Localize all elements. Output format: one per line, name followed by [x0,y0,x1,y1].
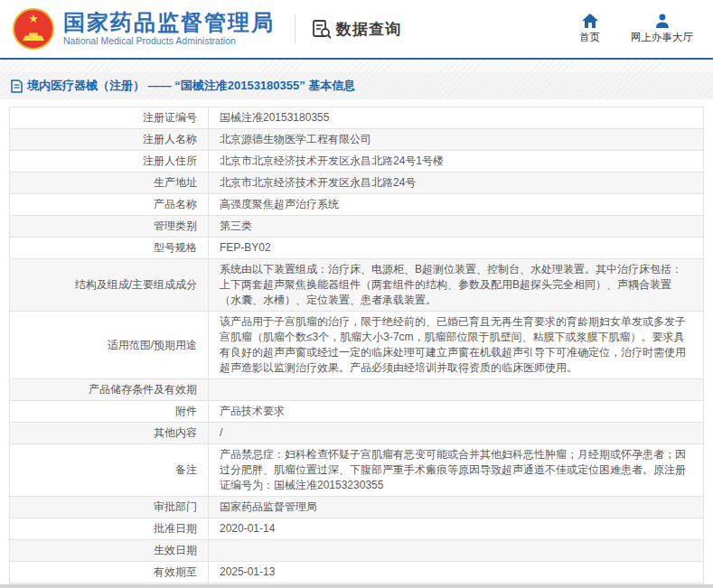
footer-band [0,584,713,588]
data-query-nav[interactable]: 数据查询 [312,19,401,40]
info-table-body: 注册证编号国械注准20153180355注册人名称北京源德生物医学工程有限公司注… [10,107,704,588]
online-hall-nav[interactable]: 网上办事大厅 [631,14,693,44]
registration-info-table: 注册证编号国械注准20153180355注册人名称北京源德生物医学工程有限公司注… [9,107,704,588]
field-label: 产品储存条件及有效期 [10,379,209,401]
field-value: 北京市北京经济技术开发区永昌北路24号 [209,173,704,194]
field-value: 系统由以下装置组成：治疗床、电源柜、B超测位装置、控制台、水处理装置。其中治疗床… [209,259,704,312]
data-query-icon [312,19,332,39]
home-nav[interactable]: 首页 [579,14,600,44]
table-row: 审批部门国家药品监督管理局 [10,497,704,518]
table-row: 批准日期2020-01-14 [10,518,704,540]
field-label: 适用范围/预期用途 [10,312,209,379]
table-row: 生产地址北京市北京经济技术开发区永昌北路24号 [10,173,704,194]
field-value: 国家药品监督管理局 [209,497,704,518]
home-icon [582,14,598,28]
online-hall-label: 网上办事大厅 [631,31,693,44]
table-row: 生效日期 [10,540,704,562]
table-row: 管理类别第三类 [10,216,704,238]
field-value: 国械注准20153180355 [209,107,704,129]
field-label: 型号规格 [10,238,209,259]
field-label: 注册人名称 [10,129,209,151]
emblem-gate-icon [23,30,44,41]
field-label: 生产地址 [10,173,209,194]
org-title-block: 国家药品监督管理局 National Medical Products Admi… [63,11,275,47]
table-row: 适用范围/预期用途该产品用于子宫肌瘤的治疗，限于绝经前的、已婚已育且无再生育要求… [10,312,704,379]
field-value: 2020-01-14 [209,518,704,540]
field-value: 产品禁忌症：妇科检查怀疑子宫肌瘤有恶变可能或合并其他妇科恶性肿瘤；月经期或怀孕患… [209,444,704,497]
field-label: 其他内容 [10,423,209,444]
field-value [209,379,704,401]
field-value: 该产品用于子宫肌瘤的治疗，限于绝经前的、已婚已育且无再生育要求的育龄期妇女单发或… [209,312,704,379]
field-value: 北京源德生物医学工程有限公司 [209,129,704,151]
field-label: 管理类别 [10,216,209,238]
data-query-label: 数据查询 [336,19,401,40]
table-row: 型号规格FEP-BY02 [10,238,704,259]
breadcrumb: 境内医疗器械（注册） —— “国械注准20153180355” 基本信息 [0,72,713,99]
field-label: 注册人住所 [10,151,209,173]
user-icon [655,14,670,28]
field-label: 产品名称 [10,194,209,216]
breadcrumb-text: 境内医疗器械（注册） —— “国械注准20153180355” 基本信息 [27,78,355,94]
field-label: 备注 [10,444,209,497]
field-label: 审批部门 [10,497,209,518]
national-emblem-logo: ★ [13,8,54,50]
table-row: 注册人名称北京源德生物医学工程有限公司 [10,129,704,151]
home-label: 首页 [579,31,600,44]
field-label: 注册证编号 [10,107,209,129]
table-row: 结构及组成/主要组成成分系统由以下装置组成：治疗床、电源柜、B超测位装置、控制台… [10,259,704,312]
org-name-zh: 国家药品监督管理局 [63,11,275,34]
main-content: 注册证编号国械注准20153180355注册人名称北京源德生物医学工程有限公司注… [0,99,713,588]
table-row: 产品名称高强度聚焦超声治疗系统 [10,194,704,216]
field-value: 高强度聚焦超声治疗系统 [209,194,704,216]
table-row: 注册证编号国械注准20153180355 [10,107,704,129]
field-value: 2025-01-13 [209,562,704,583]
field-label: 结构及组成/主要组成成分 [10,259,209,312]
table-row: 产品储存条件及有效期 [10,379,704,401]
header-divider [295,14,296,44]
field-label: 批准日期 [10,518,209,540]
emblem-star-icon: ★ [14,13,52,24]
document-icon [11,79,23,93]
table-row: 有效期至2025-01-13 [10,562,704,583]
table-row: 注册人住所北京市北京经济技术开发区永昌北路24号1号楼 [10,151,704,173]
stripe-background: 境内医疗器械（注册） —— “国械注准20153180355” 基本信息 [0,60,713,99]
field-value [209,540,704,562]
field-label: 生效日期 [10,540,209,562]
table-row: 其他内容/ [10,423,704,444]
table-row: 备注产品禁忌症：妇科检查怀疑子宫肌瘤有恶变可能或合并其他妇科恶性肿瘤；月经期或怀… [10,444,704,497]
header-right-nav: 首页 网上办事大厅 [579,14,700,44]
table-row: 附件产品技术要求 [10,401,704,423]
field-value: 第三类 [209,216,704,238]
field-value: FEP-BY02 [209,238,704,259]
field-label: 附件 [10,401,209,423]
field-label: 有效期至 [10,562,209,583]
field-value: 北京市北京经济技术开发区永昌北路24号1号楼 [209,151,704,173]
org-name-en: National Medical Products Administration [63,34,275,47]
field-value: / [209,423,704,444]
page-header: ★ 国家药品监督管理局 National Medical Products Ad… [0,0,713,60]
field-value: 产品技术要求 [209,401,704,423]
